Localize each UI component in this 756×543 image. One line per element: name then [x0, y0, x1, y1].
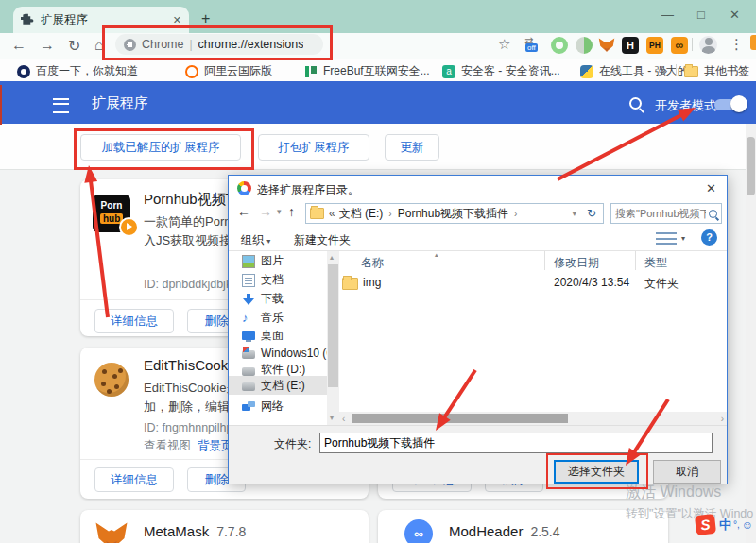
- chrome-logo-icon: [237, 181, 251, 195]
- column-divider: [635, 251, 636, 270]
- menu-hamburger-icon[interactable]: [53, 98, 69, 113]
- back-icon[interactable]: ←: [11, 37, 26, 54]
- sogou-logo-icon[interactable]: S: [695, 514, 716, 535]
- bookmark-label: 其他书签: [704, 63, 749, 79]
- forward-icon[interactable]: →: [40, 37, 55, 54]
- python-icon: [580, 65, 593, 78]
- cookie-icon: [94, 363, 129, 397]
- dialog-history-dropdown-icon[interactable]: ▾: [277, 207, 282, 216]
- developer-mode-label: 开发者模式: [655, 97, 716, 114]
- sidebar-item-downloads[interactable]: 下载: [229, 290, 327, 308]
- window-maximize-button[interactable]: □: [697, 8, 705, 22]
- search-icon[interactable]: [629, 97, 642, 110]
- refresh-button[interactable]: ↻: [580, 203, 604, 224]
- ime-mode-chinese[interactable]: 中: [719, 517, 731, 534]
- details-button[interactable]: 详细信息: [94, 467, 174, 492]
- caret-down-icon: ▾: [266, 237, 270, 246]
- breadcrumb-drive[interactable]: 文档 (E:): [339, 206, 384, 222]
- green-ring-extension-icon[interactable]: [551, 37, 568, 54]
- scrollbar-thumb[interactable]: [328, 264, 338, 387]
- scroll-right-icon[interactable]: ›: [721, 414, 724, 424]
- help-button[interactable]: ?: [701, 229, 717, 246]
- bookmark-anquanke[interactable]: a 安全客 - 安全资讯...: [442, 63, 560, 79]
- details-button[interactable]: 详细信息: [94, 309, 174, 333]
- breadcrumb-bar[interactable]: « 文档 (E:) › Pornhub视频下载插件 › ▾: [305, 203, 581, 224]
- organize-menu[interactable]: 组织 ▾: [241, 232, 270, 248]
- bookmark-label: 阿里云国际版: [204, 63, 272, 79]
- breadcrumb-dropdown-icon[interactable]: ▾: [572, 209, 576, 218]
- column-header-name[interactable]: 名称: [361, 255, 384, 271]
- sort-caret-icon: ▴: [435, 251, 438, 259]
- ime-toolbar[interactable]: S 中 °, ☺: [696, 515, 756, 535]
- ime-emoji-icon[interactable]: ☺: [742, 518, 753, 532]
- bookmark-star-icon[interactable]: ☆: [498, 36, 510, 53]
- scrollbar-thumb[interactable]: [352, 414, 568, 423]
- bookmark-label: FreeBuf互联网安全...: [323, 63, 430, 79]
- play-badge-icon: [119, 217, 139, 237]
- list-horizontal-scrollbar[interactable]: ‹ ›: [339, 412, 727, 425]
- scroll-up-icon[interactable]: ▴: [330, 253, 334, 262]
- sidebar-item-network[interactable]: 网络: [229, 398, 327, 416]
- folder-field-label: 文件夹:: [274, 436, 311, 452]
- sidebar-item-drive-c[interactable]: Windows10 (C:): [229, 344, 327, 362]
- pornhub-toolbar-icon[interactable]: PH: [646, 37, 663, 54]
- column-header-type[interactable]: 类型: [644, 255, 667, 271]
- file-row-img[interactable]: img 2020/4/3 13:54 文件夹: [340, 274, 718, 291]
- file-name: img: [363, 276, 381, 289]
- reload-icon[interactable]: ↻: [68, 37, 80, 55]
- modheader-toolbar-icon[interactable]: H: [622, 37, 639, 54]
- view-mode-icon[interactable]: [656, 232, 677, 245]
- sidebar-item-documents[interactable]: 文档: [229, 271, 327, 289]
- extension-title: ModHeader2.5.4: [449, 523, 662, 539]
- bookmark-baidu[interactable]: 百度一下，你就知道: [17, 63, 138, 79]
- window-minimize-button[interactable]: —: [662, 8, 674, 22]
- window-close-button[interactable]: ✕: [730, 8, 740, 22]
- folder-icon: [684, 66, 698, 77]
- scroll-left-icon[interactable]: ‹: [342, 414, 345, 424]
- metamask-extension-icon[interactable]: [598, 37, 615, 54]
- breadcrumb-folder[interactable]: Pornhub视频下载插件: [398, 206, 508, 222]
- update-button[interactable]: 更新: [385, 134, 439, 161]
- bookmark-label: 百度一下，你就知道: [36, 63, 138, 79]
- pack-extension-button[interactable]: 打包扩展程序: [258, 134, 369, 161]
- dialog-close-icon[interactable]: ✕: [706, 181, 716, 195]
- infinity-toolbar-icon[interactable]: ∞: [671, 37, 688, 54]
- sidebar-item-drive-e-selected[interactable]: 文档 (E:): [229, 376, 327, 395]
- view-mode-caret-icon[interactable]: ▾: [681, 234, 685, 243]
- new-folder-button[interactable]: 新建文件夹: [294, 232, 351, 248]
- column-header-modified[interactable]: 修改日期: [554, 255, 599, 271]
- profile-avatar[interactable]: [699, 36, 717, 54]
- folder-name-input[interactable]: [319, 433, 713, 453]
- ime-punctuation[interactable]: °,: [733, 519, 740, 530]
- other-bookmarks-folder[interactable]: 其他书签: [684, 63, 749, 79]
- tab-close-icon[interactable]: ✕: [173, 14, 181, 26]
- dialog-up-icon[interactable]: ↑: [288, 204, 295, 219]
- page-scrollbar[interactable]: [746, 124, 756, 543]
- drive-icon: [242, 347, 255, 360]
- proxy-extension-icon[interactable]: ⇄ off: [523, 37, 540, 54]
- bookmarks-overflow-chevron[interactable]: »: [661, 63, 667, 77]
- cancel-button[interactable]: 取消: [653, 460, 721, 484]
- search-box[interactable]: [610, 203, 722, 224]
- bookmark-label: 安全客 - 安全资讯...: [461, 63, 560, 79]
- sidebar-item-music[interactable]: ♪ 音乐: [229, 309, 327, 327]
- extension-card-metamask: MetaMask7.7.8: [80, 510, 369, 543]
- screenshot-root: 扩展程序 ✕ + — □ ✕ ← → ↻ ⌂ Chrome | chrome:/…: [0, 0, 756, 543]
- edge-artifact-line: [0, 85, 2, 125]
- network-icon: [242, 400, 255, 414]
- sidebar-item-desktop[interactable]: 桌面: [229, 327, 327, 345]
- bookmark-online-tools[interactable]: 在线工具 - 强大的...: [580, 63, 698, 79]
- music-note-icon: ♪: [242, 312, 255, 325]
- developer-mode-toggle-knob[interactable]: [730, 95, 747, 112]
- bookmark-freebuf[interactable]: FreeBuf互联网安全...: [304, 63, 430, 79]
- sidebar-scrollbar[interactable]: ▴ ▾: [327, 251, 339, 426]
- sidebar-item-pictures[interactable]: 图片: [229, 252, 327, 270]
- bookmark-aliyun[interactable]: 阿里云国际版: [185, 63, 272, 79]
- scrollbar-thumb[interactable]: [747, 137, 755, 195]
- dialog-back-icon[interactable]: ←: [237, 204, 250, 219]
- browser-menu-icon[interactable]: ⋮: [730, 36, 744, 53]
- document-icon: [242, 274, 255, 287]
- scroll-down-icon[interactable]: ▾: [330, 414, 334, 422]
- search-input[interactable]: [611, 204, 721, 223]
- green-toggle-extension-icon[interactable]: [576, 37, 593, 54]
